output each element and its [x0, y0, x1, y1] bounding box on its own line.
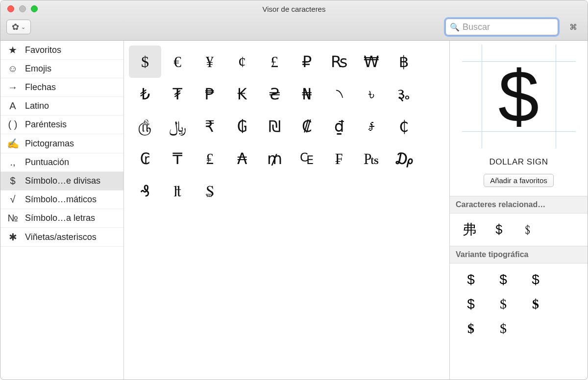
- sidebar-item-label: Pictogramas: [25, 139, 74, 149]
- character-cell[interactable]: ₷: [194, 175, 226, 207]
- search-field[interactable]: 🔍: [445, 19, 558, 35]
- gear-icon: ✿: [12, 22, 19, 32]
- font-variants-list: $$$$$$$$: [450, 263, 588, 345]
- sidebar-item[interactable]: ★Favoritos: [0, 41, 123, 60]
- character-cell[interactable]: ₧: [355, 142, 388, 175]
- chevron-down-icon: ⌄: [21, 24, 25, 30]
- font-variant[interactable]: $: [487, 292, 519, 316]
- sidebar-item[interactable]: →Flechas: [0, 78, 123, 97]
- sidebar-item[interactable]: $Símbolo…e divisas: [0, 172, 123, 190]
- sidebar-item-icon: ✍: [6, 138, 19, 149]
- character-cell[interactable]: ₦: [291, 78, 323, 110]
- window-close-button[interactable]: [7, 5, 14, 12]
- character-cell[interactable]: ₹: [194, 110, 226, 142]
- sidebar-item[interactable]: √Símbolo…máticos: [0, 190, 123, 209]
- sidebar-item-icon: ★: [6, 44, 19, 56]
- search-icon: 🔍: [450, 23, 460, 32]
- related-character[interactable]: ＄: [484, 217, 514, 242]
- character-cell[interactable]: ៛: [355, 110, 388, 142]
- character-cell[interactable]: ৲: [323, 78, 355, 110]
- character-cell[interactable]: ૱: [388, 78, 420, 110]
- sidebar-item-icon: ( ): [6, 119, 19, 130]
- sidebar-item-icon: $: [6, 175, 19, 187]
- character-cell[interactable]: ₤: [194, 142, 226, 175]
- sidebar-item[interactable]: №Símbolo…a letras: [0, 209, 123, 228]
- window-title: Visor de caracteres: [6, 3, 582, 13]
- character-cell[interactable]: ₢: [129, 142, 161, 175]
- window-minimize-button[interactable]: [19, 5, 26, 12]
- font-variant[interactable]: $: [455, 292, 487, 316]
- sidebar-item-label: Favoritos: [25, 45, 61, 55]
- character-cell[interactable]: ₣: [323, 142, 355, 175]
- related-character[interactable]: 弗: [455, 217, 484, 242]
- sidebar-item-label: Puntuación: [25, 157, 69, 167]
- sidebar-item-icon: ✱: [6, 231, 19, 243]
- character-cell[interactable]: $: [129, 46, 161, 78]
- character-cell[interactable]: ௹: [129, 110, 161, 142]
- character-cell[interactable]: ₫: [323, 110, 355, 142]
- character-cell[interactable]: ₠: [291, 142, 323, 175]
- character-cell[interactable]: ₽: [291, 46, 323, 78]
- sidebar-item-label: Paréntesis: [25, 119, 67, 130]
- character-cell[interactable]: ₨: [323, 46, 355, 78]
- sidebar-item-label: Flechas: [25, 82, 56, 93]
- character-cell[interactable]: ₸: [161, 142, 194, 175]
- character-cell[interactable]: ฿: [388, 46, 420, 78]
- related-character[interactable]: ﹩: [514, 217, 543, 242]
- related-characters-list: 弗＄﹩: [450, 214, 588, 246]
- character-cell[interactable]: ₳: [226, 142, 258, 175]
- sidebar-item[interactable]: ALatino: [0, 97, 123, 116]
- sidebar-item-label: Emojis: [25, 64, 51, 74]
- character-cell[interactable]: €: [161, 46, 194, 78]
- window-zoom-button[interactable]: [31, 5, 38, 12]
- character-cell[interactable]: ₡: [291, 110, 323, 142]
- font-variants-header: Variante tipográfica: [450, 246, 588, 263]
- sidebar-item-label: Símbolo…e divisas: [25, 176, 100, 186]
- character-cell[interactable]: ₭: [226, 78, 258, 110]
- sidebar-item[interactable]: ( )Paréntesis: [0, 116, 123, 134]
- sidebar-item[interactable]: ☺Emojis: [0, 60, 123, 78]
- character-cell[interactable]: ₵: [388, 110, 420, 142]
- character-cell[interactable]: ₥: [258, 142, 291, 175]
- character-cell[interactable]: ₱: [194, 78, 226, 110]
- sidebar-item-icon: A: [6, 100, 19, 112]
- font-variant[interactable]: $: [519, 267, 552, 292]
- character-name: DOLLAR SIGN: [450, 157, 588, 167]
- sidebar-item-label: Símbolo…a letras: [25, 213, 95, 223]
- character-cell[interactable]: ₮: [161, 78, 194, 110]
- sidebar-item-label: Latino: [25, 101, 49, 111]
- character-cell[interactable]: ৳: [355, 78, 388, 110]
- keyboard-icon: ⌘: [569, 23, 577, 32]
- font-variant[interactable]: $: [487, 267, 519, 292]
- character-cell[interactable]: ¥: [194, 46, 226, 78]
- character-grid-pane: $€¥¢£₽₨₩฿₺₮₱₭₴₦৲৳૱௹﷼₹₲₪₡₫៛₵₢₸₤₳₥₠₣₧₯₰₶₷: [124, 41, 449, 380]
- character-cell[interactable]: ₪: [258, 110, 291, 142]
- character-cell[interactable]: ₯: [388, 142, 420, 175]
- character-cell[interactable]: ₲: [226, 110, 258, 142]
- sidebar-item-icon: ☺: [6, 63, 19, 74]
- character-cell[interactable]: £: [258, 46, 291, 78]
- keyboard-viewer-toggle[interactable]: ⌘: [565, 21, 582, 33]
- sidebar-item-icon: √: [6, 194, 19, 205]
- font-variant[interactable]: $: [455, 316, 487, 341]
- character-cell[interactable]: ₩: [355, 46, 388, 78]
- sidebar-item-label: Símbolo…máticos: [25, 194, 97, 205]
- character-cell[interactable]: ﷼: [161, 110, 194, 142]
- character-cell[interactable]: ₴: [258, 78, 291, 110]
- font-variant[interactable]: $: [487, 316, 519, 341]
- sidebar-item-icon: №: [6, 213, 19, 224]
- sidebar-item-icon: →: [6, 82, 19, 93]
- related-characters-header: Caracteres relacionad…: [450, 196, 588, 214]
- font-variant[interactable]: $: [519, 292, 552, 316]
- font-variant[interactable]: $: [455, 267, 487, 292]
- sidebar-item[interactable]: ✱Viñetas/asteriscos: [0, 228, 123, 247]
- character-cell[interactable]: ₶: [161, 175, 194, 207]
- add-to-favorites-button[interactable]: Añadir a favoritos: [484, 174, 554, 187]
- sidebar-item[interactable]: .,Puntuación: [0, 153, 123, 172]
- character-cell[interactable]: ₰: [129, 175, 161, 207]
- character-cell[interactable]: ₺: [129, 78, 161, 110]
- search-input[interactable]: [463, 22, 554, 32]
- sidebar-item[interactable]: ✍Pictogramas: [0, 134, 123, 153]
- settings-menu-button[interactable]: ✿ ⌄: [6, 20, 31, 34]
- character-cell[interactable]: ¢: [226, 46, 258, 78]
